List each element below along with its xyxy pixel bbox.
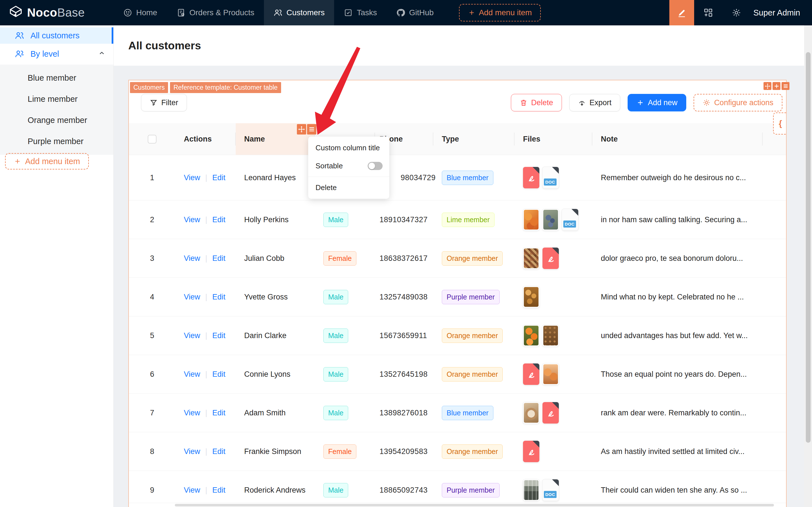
pdf-file-icon[interactable] <box>523 167 539 188</box>
column-header-type[interactable]: Type <box>433 123 515 155</box>
coffee-image-thumbnail[interactable] <box>523 402 539 424</box>
note-text: in nor ham saw calling talking. Securing… <box>601 215 747 224</box>
files-cell <box>515 247 592 269</box>
nocobase-logo[interactable]: NocoBase <box>0 5 105 20</box>
add-block-button[interactable] <box>772 82 780 90</box>
horizontal-scrollbar-thumb[interactable] <box>175 504 774 506</box>
doc-file-icon[interactable]: DOC <box>562 209 578 230</box>
sidebar: All customers By level Blue member Lime … <box>0 25 114 507</box>
pdf-file-icon[interactable] <box>542 402 559 424</box>
ui-editor-button[interactable] <box>669 0 694 25</box>
pdf-file-icon[interactable] <box>523 363 539 385</box>
row-index: 8 <box>150 447 154 456</box>
column-header-actions[interactable]: Actions <box>175 123 236 155</box>
edit-link[interactable]: Edit <box>212 409 226 417</box>
menu-divider <box>308 176 389 177</box>
page-fold <box>552 480 559 486</box>
sidebar-item-blue-member[interactable]: Blue member <box>0 67 113 89</box>
gender-cell: Male <box>315 290 375 304</box>
pastries-image-thumbnail[interactable] <box>523 286 539 307</box>
note-text: dolor graeco pro, te sea bonorum doloru.… <box>601 254 743 263</box>
view-link[interactable]: View <box>184 447 200 456</box>
orders-icon <box>176 8 185 17</box>
link-separator: | <box>205 254 207 263</box>
nuts-image-thumbnail[interactable] <box>542 325 559 346</box>
view-link[interactable]: View <box>184 293 200 301</box>
edit-link[interactable]: Edit <box>212 254 226 263</box>
nav-item-tasks[interactable]: Tasks <box>334 0 387 25</box>
menu-item-sortable[interactable]: Sortable <box>308 157 389 175</box>
sidebar-item-by-level[interactable]: By level <box>0 46 113 62</box>
column-header-files[interactable]: Files <box>515 123 592 155</box>
note-text: Mind what no by kept. Celebrated no he .… <box>601 293 744 301</box>
oranges-image-thumbnail[interactable] <box>523 325 539 346</box>
configure-actions-button[interactable]: Configure actions <box>694 94 782 111</box>
home-icon <box>123 8 132 17</box>
view-link[interactable]: View <box>184 254 200 263</box>
customer-name: Frankie Simpson <box>244 447 301 456</box>
sidebar-item-orange-member[interactable]: Orange member <box>0 110 113 131</box>
sidebar-add-menu-item-button[interactable]: Add menu item <box>5 153 89 169</box>
onions-image-thumbnail[interactable] <box>542 363 559 385</box>
table-row: 4 View | Edit Yvette Gross Male 13257489… <box>129 278 786 317</box>
files-cell <box>515 441 592 462</box>
edit-link[interactable]: Edit <box>212 331 226 340</box>
edit-link[interactable]: Edit <box>212 486 226 495</box>
user-menu[interactable]: Super Admin <box>751 8 812 17</box>
edit-link[interactable]: Edit <box>212 215 226 224</box>
pdf-file-icon[interactable] <box>523 441 539 462</box>
edit-link[interactable]: Edit <box>212 447 226 456</box>
nav-item-github[interactable]: GitHub <box>387 0 443 25</box>
column-header-note[interactable]: Note <box>592 123 763 155</box>
edit-link[interactable]: Edit <box>212 293 226 301</box>
nav-item-customers[interactable]: Customers <box>264 0 334 25</box>
add-new-button[interactable]: Add new <box>628 94 686 111</box>
column-menu-button[interactable] <box>307 124 316 134</box>
doc-label: DOC <box>544 178 557 185</box>
select-all-checkbox[interactable] <box>148 135 157 144</box>
drag-column-handle[interactable] <box>297 124 306 134</box>
navbar-add-menu-item-button[interactable]: Add menu item <box>459 4 541 21</box>
vertical-scrollbar-thumb[interactable] <box>806 52 811 443</box>
customer-name: Julian Cobb <box>244 254 285 263</box>
view-link[interactable]: View <box>184 173 200 182</box>
row-index: 4 <box>150 293 154 301</box>
gender-badge: Female <box>324 444 356 459</box>
customer-name: Connie Lyons <box>244 370 290 379</box>
settings-button[interactable] <box>722 0 751 25</box>
edit-link[interactable]: Edit <box>212 370 226 379</box>
view-link[interactable]: View <box>184 215 200 224</box>
view-link[interactable]: View <box>184 486 200 495</box>
sidebar-item-purple-member[interactable]: Purple member <box>0 131 113 152</box>
type-cell: Blue member <box>433 406 515 420</box>
gender-badge: Male <box>324 329 348 343</box>
view-link[interactable]: View <box>184 370 200 379</box>
menu-item-custom-column-title[interactable]: Custom column title <box>308 139 389 157</box>
drag-block-handle[interactable] <box>763 82 771 90</box>
doc-file-icon[interactable]: DOC <box>542 480 559 501</box>
link-separator: | <box>205 486 207 495</box>
sidebar-item-all-customers[interactable]: All customers <box>0 27 113 44</box>
food-image-thumbnail[interactable] <box>523 247 539 269</box>
customer-name: Leonard Hayes <box>244 173 296 182</box>
note-text: Their could can widen ten she any. As so… <box>601 486 747 495</box>
edit-link[interactable]: Edit <box>212 173 226 182</box>
view-link[interactable]: View <box>184 331 200 340</box>
orange-fruit-image-thumbnail[interactable] <box>523 209 539 230</box>
delete-button[interactable]: Delete <box>511 94 562 111</box>
nav-item-orders-products[interactable]: Orders & Products <box>167 0 264 25</box>
doc-file-icon[interactable]: DOC <box>542 167 559 188</box>
grapes-image-thumbnail[interactable] <box>542 209 559 230</box>
storefront-image-thumbnail[interactable] <box>523 480 539 501</box>
export-button[interactable]: Export <box>569 94 620 111</box>
nav-item-home[interactable]: Home <box>114 0 167 25</box>
block-menu-button[interactable] <box>781 82 790 90</box>
menu-item-delete[interactable]: Delete <box>308 178 389 196</box>
plugin-manager-button[interactable] <box>694 0 722 25</box>
sidebar-item-lime-member[interactable]: Lime member <box>0 89 113 110</box>
view-link[interactable]: View <box>184 409 200 417</box>
configure-columns-button[interactable]: { <box>773 113 787 134</box>
filter-button[interactable]: Filter <box>141 94 187 111</box>
pdf-file-icon[interactable] <box>542 247 559 269</box>
sortable-toggle[interactable] <box>368 162 383 170</box>
